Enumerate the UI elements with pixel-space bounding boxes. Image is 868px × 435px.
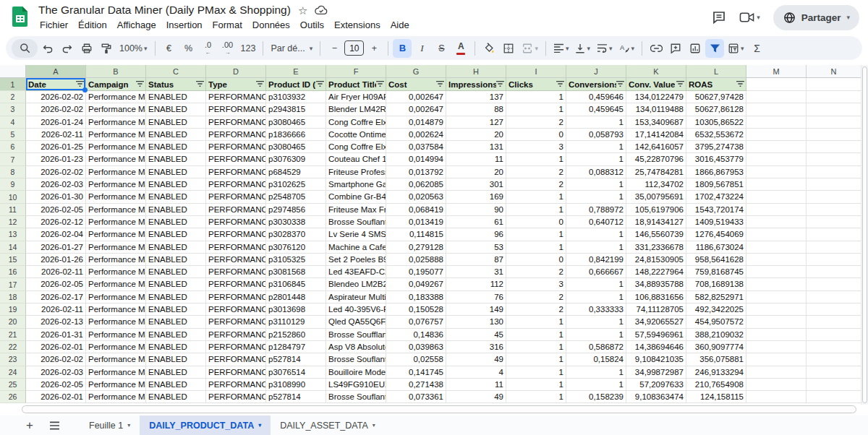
cell-B17[interactable]: Performance Ma	[86, 278, 146, 290]
cell-L4[interactable]: 10305,86522	[686, 116, 746, 129]
cell-K8[interactable]: 25,74784281	[626, 166, 686, 178]
cell-C6[interactable]: ENABLED	[146, 141, 206, 153]
cell-G23[interactable]: 0,02558	[386, 353, 446, 366]
row-header-21[interactable]: 21	[0, 329, 26, 341]
cell-E2[interactable]: p3103932	[266, 91, 326, 103]
cell-D24[interactable]: PERFORMANCI	[206, 366, 266, 379]
vertical-align-icon[interactable]: ▾	[572, 39, 593, 58]
cell-E17[interactable]: p3106845	[266, 278, 326, 290]
cell-D12[interactable]: PERFORMANCI	[206, 216, 266, 228]
cell-J2[interactable]: 0,459646	[566, 91, 626, 103]
cell-G6[interactable]: 0,037584	[386, 141, 446, 153]
cell-E23[interactable]: p527814	[266, 353, 326, 366]
cell-E6[interactable]: p3080465	[266, 141, 326, 153]
cell-F21[interactable]: Brosse Soufflant	[326, 329, 386, 341]
cell-G4[interactable]: 0,014879	[386, 116, 446, 129]
cell-H8[interactable]: 20	[446, 166, 506, 178]
cell-G24[interactable]: 0,141745	[386, 366, 446, 379]
cell-F14[interactable]: Machine a Cafe	[326, 241, 386, 254]
column-filter-icon[interactable]	[256, 80, 264, 89]
cell-M2[interactable]	[746, 91, 807, 103]
cell-N21[interactable]	[807, 329, 861, 341]
cell-H10[interactable]: 169	[446, 191, 506, 203]
cell-H4[interactable]: 127	[446, 116, 506, 129]
cell-E14[interactable]: p3076120	[266, 241, 326, 254]
cell-F12[interactable]: Brosse Souflante	[326, 216, 386, 228]
cell-H13[interactable]: 96	[446, 228, 506, 241]
cell-L24[interactable]: 246,9133294	[686, 366, 746, 379]
cell-G22[interactable]: 0,039863	[386, 341, 446, 353]
row-header-17[interactable]: 17	[0, 278, 26, 290]
horizontal-scrollbar-thumb[interactable]	[22, 405, 856, 413]
cell-I3[interactable]: 1	[506, 103, 566, 116]
cell-L3[interactable]: 50627,86128	[686, 103, 746, 116]
cell-N1[interactable]	[807, 78, 861, 91]
cell-H18[interactable]: 76	[446, 291, 506, 303]
merge-cells-icon[interactable]: ▾	[519, 39, 541, 58]
column-header-C[interactable]: C	[146, 65, 206, 78]
cell-F15[interactable]: Set 2 Poeles B9	[326, 254, 386, 266]
row-header-7[interactable]: 7	[0, 153, 26, 165]
cell-A15[interactable]: 2026-01-26	[26, 254, 86, 266]
cell-B24[interactable]: Performance Ma	[86, 366, 146, 379]
cell-K3[interactable]: 134,0119488	[626, 103, 686, 116]
cell-M3[interactable]	[746, 103, 807, 116]
print-icon[interactable]	[77, 39, 96, 58]
cell-A3[interactable]: 2026-02-02	[26, 103, 86, 116]
cell-L26[interactable]: 124,158115	[686, 391, 746, 403]
cell-H17[interactable]: 112	[446, 278, 506, 290]
cell-C16[interactable]: ENABLED	[146, 266, 206, 278]
cell-F26[interactable]: Brosse Souflante	[326, 391, 386, 403]
column-header-F[interactable]: F	[326, 65, 386, 78]
cell-C7[interactable]: ENABLED	[146, 153, 206, 165]
cell-M26[interactable]	[746, 391, 807, 403]
fill-color-icon[interactable]	[480, 39, 498, 58]
row-header-10[interactable]: 10	[0, 191, 26, 203]
cell-I17[interactable]: 3	[506, 278, 566, 290]
cell-L18[interactable]: 582,8252971	[686, 291, 746, 303]
cell-F22[interactable]: Asp V8 Absolute	[326, 341, 386, 353]
cell-B8[interactable]: Performance Ma	[86, 166, 146, 178]
cell-J4[interactable]: 1	[566, 116, 626, 129]
cell-C5[interactable]: ENABLED	[146, 129, 206, 141]
bold-button[interactable]: B	[393, 39, 412, 58]
cell-D14[interactable]: PERFORMANCI	[206, 241, 266, 254]
document-title[interactable]: The Granular Data Miner (Daily PMax & Sh…	[38, 4, 291, 17]
cell-J11[interactable]: 0,788972	[566, 204, 626, 216]
cell-J17[interactable]: 1	[566, 278, 626, 290]
cell-J21[interactable]: 1	[566, 329, 626, 341]
sheets-logo-icon[interactable]	[9, 6, 31, 27]
cell-G17[interactable]: 0,049267	[386, 278, 446, 290]
cell-G25[interactable]: 0,271438	[386, 379, 446, 391]
cell-K20[interactable]: 34,92065527	[626, 316, 686, 328]
cell-B15[interactable]: Performance Ma	[86, 254, 146, 266]
cell-B12[interactable]: Performance Ma	[86, 216, 146, 228]
paint-format-icon[interactable]	[97, 39, 116, 58]
row-header-13[interactable]: 13	[0, 228, 26, 241]
cell-E16[interactable]: p3081568	[266, 266, 326, 278]
cell-I8[interactable]: 2	[506, 166, 566, 178]
cell-H25[interactable]: 11	[446, 379, 506, 391]
cell-E26[interactable]: p527814	[266, 391, 326, 403]
cell-F23[interactable]: Brosse Souflante	[326, 353, 386, 366]
cell-E3[interactable]: p2943815	[266, 103, 326, 116]
cell-J12[interactable]: 0,640712	[566, 216, 626, 228]
cell-K26[interactable]: 9,108363474	[626, 391, 686, 403]
cell-I6[interactable]: 3	[506, 141, 566, 153]
cell-C13[interactable]: ENABLED	[146, 228, 206, 241]
header-cell-H1[interactable]: Impressions	[446, 78, 506, 91]
cell-K21[interactable]: 57,59496961	[626, 329, 686, 341]
cell-D8[interactable]: PERFORMANCI	[206, 166, 266, 178]
cell-D13[interactable]: PERFORMANCI	[206, 228, 266, 241]
cell-B10[interactable]: Performance Ma	[86, 191, 146, 203]
more-formats-button[interactable]: 123	[238, 39, 259, 58]
cell-B14[interactable]: Performance Ma	[86, 241, 146, 254]
cell-E12[interactable]: p3030338	[266, 216, 326, 228]
column-header-M[interactable]: M	[746, 65, 807, 78]
text-rotation-icon[interactable]: A ▾	[616, 39, 638, 58]
cell-N13[interactable]	[807, 228, 861, 241]
cell-J19[interactable]: 0,333333	[566, 303, 626, 316]
cell-I4[interactable]: 2	[506, 116, 566, 129]
cell-D9[interactable]: PERFORMANCI	[206, 178, 266, 191]
cell-D22[interactable]: PERFORMANCI	[206, 341, 266, 353]
